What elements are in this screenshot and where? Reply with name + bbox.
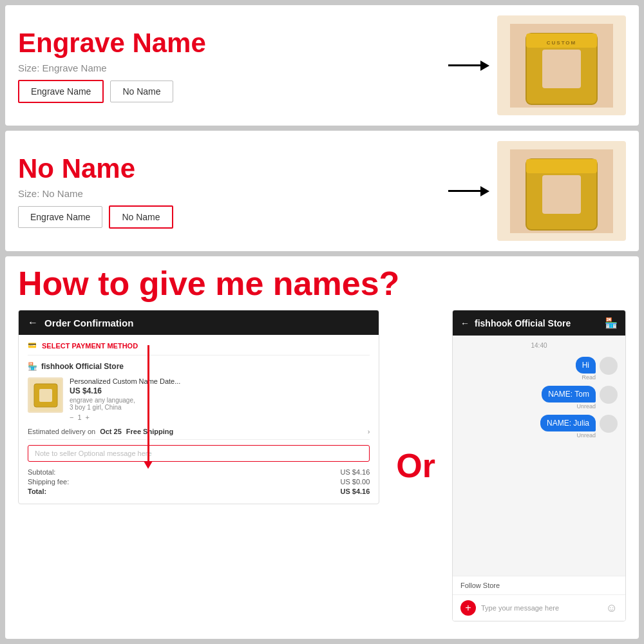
ring-plain-image xyxy=(497,141,626,241)
chat-back-icon[interactable]: ← xyxy=(460,318,469,328)
red-arrow-line xyxy=(147,345,149,461)
section-no-name: No Name Size: No Name Engrave Name No Na… xyxy=(5,131,639,251)
chat-msg-hi-row: Hi Read xyxy=(460,357,618,381)
noname-title: No Name xyxy=(18,153,448,184)
qty-value: 1 xyxy=(77,413,81,421)
section-left-engrave: Engrave Name Size: Engrave Name Engrave … xyxy=(18,28,448,103)
chat-input-placeholder[interactable]: Type your message here xyxy=(481,604,601,612)
option-engrave-name-btn[interactable]: Engrave Name xyxy=(18,80,104,103)
chat-mockup: ← fishhook Official Store 🏪 14:40 Hi Rea… xyxy=(452,310,626,621)
chat-emoji-icon[interactable]: ☺ xyxy=(606,601,618,615)
chat-msg-julia-row: NAME: Julia Unread xyxy=(460,415,618,439)
svg-rect-11 xyxy=(39,389,52,402)
engrave-arrow-section: CUSTOM xyxy=(448,15,626,115)
engrave-size-label: Size: Engrave Name xyxy=(18,62,448,73)
shipping-value: US $0.00 xyxy=(340,478,370,486)
section-engrave-name: Engrave Name Size: Engrave Name Engrave … xyxy=(5,5,639,126)
product-thumb-svg xyxy=(30,379,62,412)
back-arrow-icon[interactable]: ← xyxy=(28,317,38,328)
svg-rect-8 xyxy=(526,159,597,173)
chat-msg-tom-row: NAME: Tom Unread xyxy=(460,386,618,410)
chat-bubble-julia: NAME: Julia xyxy=(540,415,596,431)
or-separator: Or xyxy=(390,310,442,621)
option-no-name-btn-1[interactable]: No Name xyxy=(110,80,173,102)
delivery-row: Estimated delivery on Oct 25 Free Shippi… xyxy=(28,428,370,440)
product-row: Personalized Custom Name Date... US $4.1… xyxy=(28,377,370,421)
chat-bubble-tom-container: NAME: Tom Unread xyxy=(542,386,596,410)
svg-rect-2 xyxy=(542,50,581,88)
noname-options-row: Engrave Name No Name xyxy=(18,205,448,229)
chat-header: ← fishhook Official Store 🏪 xyxy=(453,310,625,336)
delivery-text: Estimated delivery on xyxy=(28,428,95,435)
noname-arrow-line xyxy=(448,190,480,192)
product-info: Personalized Custom Name Date... US $4.1… xyxy=(70,377,370,421)
payment-row: 💳 SELECT PAYMENT METHOD xyxy=(28,341,370,355)
qty-minus[interactable]: − xyxy=(70,413,73,421)
store-name: fishhook Official Store xyxy=(41,362,124,371)
noname-arrow-section xyxy=(448,141,626,241)
product-desc2: 3 boy 1 girl, China xyxy=(70,404,370,411)
total-label: Total: xyxy=(28,488,46,495)
chat-status-julia: Unread xyxy=(540,432,596,439)
noname-size-label: Size: No Name xyxy=(18,188,448,199)
noname-arrow-head xyxy=(480,186,489,196)
subtotal-row: Subtotal: US $4.16 xyxy=(28,468,370,476)
order-mockup-wrapper: ← Order Confirmation 💳 SELECT PAYMENT ME… xyxy=(18,310,379,621)
note-to-seller[interactable]: Note to seller Optional message here xyxy=(28,445,370,462)
arrow-head xyxy=(480,61,489,71)
svg-text:CUSTOM: CUSTOM xyxy=(547,40,577,46)
section-how-to: How to give me names? ← Order Confirmati… xyxy=(5,256,639,639)
totals-section: Subtotal: US $4.16 Shipping fee: US $0.0… xyxy=(28,468,370,495)
product-price: US $4.16 xyxy=(70,386,370,395)
order-confirmation-mockup: ← Order Confirmation 💳 SELECT PAYMENT ME… xyxy=(18,310,379,504)
chat-input-row: + Type your message here ☺ xyxy=(453,594,625,621)
how-title: How to give me names? xyxy=(18,265,626,302)
engrave-options-row: Engrave Name No Name xyxy=(18,80,448,103)
bottom-content: ← Order Confirmation 💳 SELECT PAYMENT ME… xyxy=(18,310,626,621)
follow-store: Follow Store xyxy=(453,576,625,594)
note-placeholder: Note to seller Optional message here xyxy=(35,450,152,457)
chat-bubble-tom: NAME: Tom xyxy=(542,386,596,402)
chat-store-icon[interactable]: 🏪 xyxy=(605,317,618,329)
subtotal-value: US $4.16 xyxy=(340,468,370,476)
payment-label: SELECT PAYMENT METHOD xyxy=(42,342,138,350)
shipping-row: Shipping fee: US $0.00 xyxy=(28,478,370,486)
shipping-label: Shipping fee: xyxy=(28,478,69,486)
store-row: 🏪 fishhook Official Store xyxy=(28,362,370,371)
chat-avatar-user2 xyxy=(600,386,618,404)
section-left-noname: No Name Size: No Name Engrave Name No Na… xyxy=(18,153,448,229)
product-desc1: engrave any language, xyxy=(70,397,370,404)
chat-time: 14:40 xyxy=(460,342,618,349)
chat-status-tom: Unread xyxy=(542,403,596,410)
chat-status-hi: Read xyxy=(576,374,596,381)
chat-bubble-hi: Hi xyxy=(576,357,596,374)
qty-plus[interactable]: + xyxy=(86,413,90,421)
option-engrave-name-btn-2[interactable]: Engrave Name xyxy=(18,206,102,228)
chat-plus-button[interactable]: + xyxy=(460,600,476,616)
engrave-title: Engrave Name xyxy=(18,28,448,59)
chat-body: 14:40 Hi Read NAME: Tom xyxy=(453,336,625,576)
total-row: Total: US $4.16 xyxy=(28,488,370,495)
chat-avatar-user3 xyxy=(600,415,618,433)
engrave-arrow xyxy=(448,61,489,71)
order-body: 💳 SELECT PAYMENT METHOD 🏪 fishhook Offic… xyxy=(19,335,379,504)
red-arrow-tip xyxy=(144,461,153,469)
plain-ring-svg xyxy=(510,149,613,233)
follow-store-label: Follow Store xyxy=(460,582,500,589)
noname-arrow xyxy=(448,186,489,196)
payment-icon: 💳 xyxy=(28,341,37,350)
red-arrow-container xyxy=(144,345,153,469)
svg-rect-7 xyxy=(542,175,581,214)
engraved-ring-svg: CUSTOM xyxy=(510,24,613,108)
option-no-name-btn-2[interactable]: No Name xyxy=(109,205,173,229)
order-confirmation-title: Order Confirmation xyxy=(44,317,133,328)
chat-avatar-user xyxy=(600,357,618,375)
delivery-date: Oct 25 xyxy=(100,428,122,435)
chat-store-name: fishhook Official Store xyxy=(475,318,571,328)
chat-bubble-hi-container: Hi Read xyxy=(576,357,596,381)
arrow-line xyxy=(448,64,480,66)
subtotal-label: Subtotal: xyxy=(28,468,55,476)
chat-bubble-julia-container: NAME: Julia Unread xyxy=(540,415,596,439)
product-thumbnail xyxy=(28,377,63,413)
delivery-arrow[interactable]: › xyxy=(368,428,370,435)
